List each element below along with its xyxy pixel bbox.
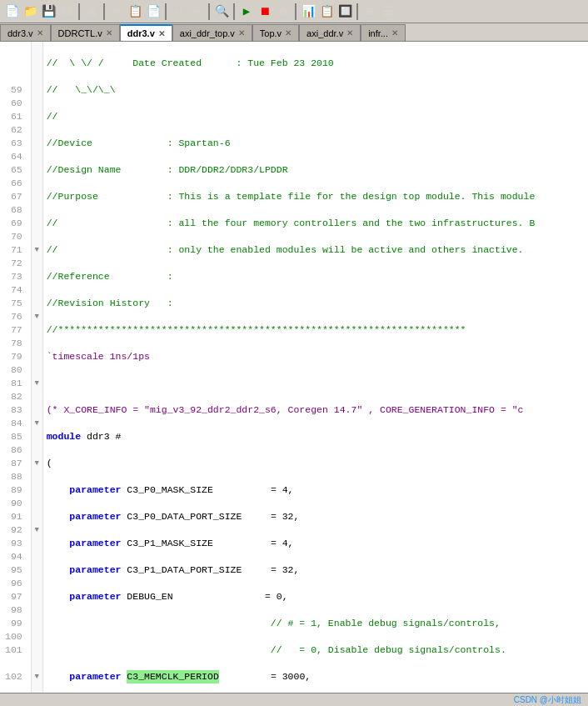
code-line: // # = 1, Enable debug signals/controls,	[47, 617, 585, 630]
fold-area: ▼ ▼ ▼ ▼ ▼ ▼ ▼	[32, 42, 43, 706]
toolbar-save-all-icon[interactable]: 🗂	[58, 3, 75, 20]
toolbar-grid-icon[interactable]: 🔲	[336, 3, 353, 20]
toolbar: 📄 📁 💾 🗂 🖨 ✂ 📋 📄 ↩ ↪ 🔍 ▶ ⏹ ⚙ 📊 📋 🔲 ⊞ ☰	[0, 0, 588, 23]
toolbar-paste-icon[interactable]: 📄	[145, 3, 162, 20]
toolbar-open-icon[interactable]: 📁	[22, 3, 38, 20]
toolbar-cut-icon[interactable]: ✂	[108, 3, 125, 20]
toolbar-copy-icon[interactable]: 📋	[127, 3, 143, 20]
toolbar-list-icon[interactable]: 📋	[318, 3, 335, 20]
code-line: // : only the enabled modules will be ac…	[47, 243, 585, 257]
code-line: (	[47, 457, 585, 470]
fold-102[interactable]: ▼	[32, 670, 42, 683]
tab-label: infr...	[368, 28, 388, 38]
code-line: // = 0, Disable debug signals/controls.	[47, 643, 585, 657]
toolbar-save-icon[interactable]: 💾	[40, 3, 57, 20]
toolbar-chart-icon[interactable]: 📊	[300, 3, 316, 20]
tab-label: axi_ddr_top.v	[180, 28, 235, 38]
toolbar-undo-icon[interactable]: ↩	[170, 3, 187, 20]
code-line: //Device : Spartan-6	[47, 137, 585, 150]
code-line: parameter C3_P1_DATA_PORT_SIZE = 32,	[47, 563, 585, 577]
code-line: // \_\/\_\	[47, 83, 585, 97]
tab-close-icon[interactable]: ✕	[37, 28, 43, 38]
code-line: parameter C3_P0_MASK_SIZE = 4,	[47, 483, 585, 497]
fold-71[interactable]: ▼	[32, 243, 42, 257]
tab-label: ddr3.v	[127, 28, 155, 38]
tabs-bar: ddr3.v ✕ DDRCTL.v ✕ ddr3.v ✕ axi_ddr_top…	[0, 23, 588, 42]
tab-close-icon[interactable]: ✕	[106, 28, 112, 38]
code-area[interactable]: // \ \/ / Date Created : Tue Feb 23 2010…	[43, 42, 588, 706]
tab-close-icon[interactable]: ✕	[391, 28, 398, 38]
fold-87[interactable]: ▼	[32, 457, 42, 470]
code-line	[47, 377, 585, 390]
code-line: //**************************************…	[47, 323, 585, 337]
tab-ddr3-1[interactable]: ddr3.v ✕	[0, 24, 51, 41]
code-line: parameter DEBUG_EN = 0,	[47, 590, 585, 603]
toolbar-run-icon[interactable]: ▶	[238, 3, 255, 20]
code-line: parameter C3_P0_DATA_PORT_SIZE = 32,	[47, 510, 585, 523]
toolbar-layout-icon[interactable]: ⊞	[361, 3, 378, 20]
code-line: // : all the four memory controllers and…	[47, 217, 585, 230]
status-bar: CSDN @小时姐姐	[0, 693, 588, 706]
line-numbers: 59 60 61 62 63 64 65 66 67 68 69 70 71 7…	[0, 42, 32, 706]
toolbar-print-icon[interactable]: 🖨	[83, 3, 100, 20]
code-line: // \ \/ / Date Created : Tue Feb 23 2010	[47, 57, 585, 70]
watermark: CSDN @小时姐姐	[514, 694, 581, 706]
toolbar-sep-4	[208, 3, 210, 20]
tab-label: Top.v	[260, 28, 282, 38]
tab-ddrctl[interactable]: DDRCTL.v ✕	[51, 24, 120, 41]
tab-label: axi_ddr.v	[306, 28, 343, 38]
toolbar-sep-1	[78, 3, 80, 20]
code-line: parameter C3_P1_MASK_SIZE = 4,	[47, 537, 585, 550]
tab-close-icon[interactable]: ✕	[158, 29, 165, 38]
code-line: module ddr3 #	[47, 430, 585, 443]
toolbar-sep-5	[233, 3, 235, 20]
tab-axi-ddr[interactable]: axi_ddr.v ✕	[299, 24, 361, 41]
code-line: //Revision History :	[47, 297, 585, 310]
tab-infr[interactable]: infr... ✕	[361, 24, 406, 41]
tab-label: ddr3.v	[7, 28, 33, 38]
code-line: //Reference :	[47, 270, 585, 283]
toolbar-redo-icon[interactable]: ↪	[188, 3, 205, 20]
tab-axi-ddr-top[interactable]: axi_ddr_top.v ✕	[172, 24, 252, 41]
fold-76[interactable]: ▼	[32, 310, 42, 323]
tab-ddr3-2[interactable]: ddr3.v ✕	[120, 24, 172, 41]
tab-label: DDRCTL.v	[58, 28, 102, 38]
toolbar-find-icon[interactable]: 🔍	[213, 3, 230, 20]
toolbar-columns-icon[interactable]: ☰	[380, 3, 396, 20]
code-line: (* X_CORE_INFO = "mig_v3_92_ddr2_ddr2_s6…	[47, 403, 585, 417]
code-line: //	[47, 110, 585, 123]
toolbar-sep-2	[103, 3, 105, 20]
toolbar-new-icon[interactable]: 📄	[3, 3, 20, 20]
editor: 59 60 61 62 63 64 65 66 67 68 69 70 71 7…	[0, 42, 588, 706]
toolbar-settings-icon[interactable]: ⚙	[275, 3, 292, 20]
fold-84[interactable]: ▼	[32, 417, 42, 430]
toolbar-sep-3	[165, 3, 167, 20]
fold-92[interactable]: ▼	[32, 523, 42, 537]
code-line: //Design Name : DDR/DDR2/DDR3/LPDDR	[47, 163, 585, 177]
tab-close-icon[interactable]: ✕	[238, 28, 245, 38]
code-line: //Purpose : This is a template file for …	[47, 190, 585, 203]
code-line: `timescale 1ns/1ps	[47, 350, 585, 363]
tab-top[interactable]: Top.v ✕	[252, 24, 299, 41]
toolbar-sep-6	[295, 3, 296, 20]
toolbar-sep-7	[356, 3, 358, 20]
tab-close-icon[interactable]: ✕	[346, 28, 353, 38]
tab-close-icon[interactable]: ✕	[285, 28, 292, 38]
fold-81[interactable]: ▼	[32, 377, 42, 390]
toolbar-stop-icon[interactable]: ⏹	[257, 3, 273, 20]
code-line-hl: parameter C3_MEMCLK_PERIOD = 3000,	[47, 670, 585, 683]
